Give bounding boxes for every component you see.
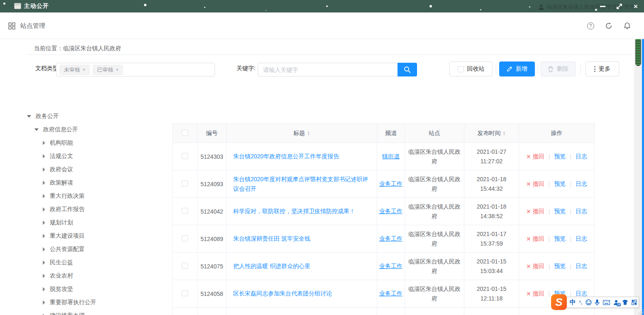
- channel-link[interactable]: 业务工作: [379, 290, 402, 297]
- tree-node[interactable]: 规划计划: [27, 216, 164, 229]
- caret-right-icon[interactable]: [43, 287, 45, 291]
- tree-node[interactable]: 机构职能: [27, 136, 164, 150]
- tree-node[interactable]: 建议提案办理: [27, 309, 164, 315]
- tree-node[interactable]: 脱贫攻坚: [27, 283, 164, 296]
- log-link[interactable]: 日志: [576, 263, 587, 270]
- row-checkbox[interactable]: [182, 263, 188, 269]
- resize-grip[interactable]: [638, 309, 644, 315]
- withdraw-link[interactable]: ✕撤回: [526, 290, 544, 298]
- sort-icon[interactable]: ▲▼: [307, 131, 310, 136]
- tree-node[interactable]: 民生公益: [27, 256, 164, 269]
- tree-node[interactable]: 重大建设项目: [27, 229, 164, 243]
- header-title[interactable]: 标题▲▼: [227, 124, 377, 143]
- ime-account-icon[interactable]: 19: [613, 300, 619, 305]
- caret-right-icon[interactable]: [43, 234, 45, 238]
- caret-right-icon[interactable]: [43, 300, 45, 305]
- search-button[interactable]: [398, 63, 417, 76]
- log-link[interactable]: 日志: [576, 235, 587, 243]
- tag-remove-icon[interactable]: ×: [116, 67, 119, 73]
- vertical-scrollbar-thumb[interactable]: [635, 38, 641, 66]
- tree-node[interactable]: 重大行政决策: [27, 189, 164, 203]
- caret-right-icon[interactable]: [43, 261, 45, 265]
- ime-emoji-icon[interactable]: [585, 299, 592, 305]
- channel-link[interactable]: 业务工作: [379, 235, 402, 242]
- channel-link[interactable]: 业务工作: [379, 208, 402, 214]
- log-link[interactable]: 日志: [576, 180, 587, 188]
- publish-time: 2021-01-1815:44:32: [464, 170, 519, 198]
- caret-right-icon[interactable]: [43, 221, 45, 225]
- sort-icon[interactable]: ▲▼: [503, 131, 506, 136]
- log-link[interactable]: 日志: [576, 153, 587, 160]
- withdraw-link[interactable]: ✕撤回: [526, 208, 544, 215]
- log-link[interactable]: 日志: [576, 208, 587, 215]
- tree-node[interactable]: 政府会议: [27, 163, 164, 176]
- caret-right-icon[interactable]: [43, 141, 45, 145]
- preview-link[interactable]: 预览: [554, 208, 566, 215]
- row-checkbox[interactable]: [182, 208, 188, 214]
- channel-link[interactable]: 镇街道: [382, 153, 400, 160]
- more-button[interactable]: 更多: [585, 62, 619, 76]
- preview-link[interactable]: 预览: [554, 235, 566, 243]
- header-publish-time[interactable]: 发布时间▲▼: [464, 124, 519, 143]
- withdraw-link[interactable]: ✕撤回: [526, 180, 544, 188]
- ime-toolbox-icon[interactable]: [632, 300, 637, 305]
- tree-node[interactable]: 农业农村: [27, 269, 164, 283]
- tree-node[interactable]: 政府工作报告: [27, 203, 164, 216]
- doc-title-link[interactable]: 朱台镇2020年度对村观摩点评暨村党支部书记述职评议会召开: [233, 176, 368, 192]
- caret-right-icon[interactable]: [43, 194, 45, 198]
- doc-title-link[interactable]: 朱台镇深耕责任田 筑牢安全线: [233, 235, 310, 242]
- doc-type-select[interactable]: 未审核 × 已审核 ×: [56, 63, 215, 76]
- doc-title-link[interactable]: 把人性的温暖 织进群众的心里: [233, 263, 310, 269]
- caret-down-icon[interactable]: [34, 128, 39, 131]
- row-checkbox[interactable]: [182, 290, 188, 296]
- caret-right-icon[interactable]: [43, 207, 45, 212]
- keyword-input[interactable]: [258, 63, 398, 76]
- caret-right-icon[interactable]: [43, 274, 45, 278]
- tree-node[interactable]: 政策解读: [27, 176, 164, 189]
- close-button[interactable]: ×: [627, 0, 644, 12]
- row-checkbox[interactable]: [182, 235, 188, 241]
- withdraw-link[interactable]: ✕撤回: [526, 153, 544, 160]
- caret-right-icon[interactable]: [43, 154, 45, 158]
- select-all-checkbox[interactable]: [182, 130, 188, 136]
- row-checkbox[interactable]: [182, 180, 188, 187]
- channel-link[interactable]: 业务工作: [379, 263, 402, 269]
- row-checkbox[interactable]: [182, 153, 188, 159]
- caret-right-icon[interactable]: [43, 247, 45, 251]
- caret-right-icon[interactable]: [43, 181, 45, 185]
- channel-link[interactable]: 业务工作: [379, 180, 402, 187]
- ime-keyboard-icon[interactable]: [603, 300, 610, 305]
- withdraw-link[interactable]: ✕撤回: [526, 235, 544, 243]
- withdraw-link[interactable]: ✕撤回: [526, 263, 544, 270]
- help-button[interactable]: ?: [587, 22, 594, 30]
- ime-mic-icon[interactable]: [595, 299, 600, 306]
- caret-down-icon[interactable]: [27, 115, 31, 118]
- log-link[interactable]: 日志: [576, 290, 587, 298]
- delete-button[interactable]: 删除: [541, 62, 576, 76]
- preview-link[interactable]: 预览: [554, 263, 566, 270]
- preview-link[interactable]: 预览: [554, 153, 566, 160]
- recycle-bin-checkbox[interactable]: [458, 66, 464, 72]
- doc-title-link[interactable]: 朱台镇2020年政府信息公开工作年度报告: [233, 153, 339, 160]
- tree-node[interactable]: 政府信息公开: [27, 123, 164, 136]
- tag-remove-icon[interactable]: ×: [83, 67, 85, 73]
- refresh-button[interactable]: [605, 22, 612, 30]
- ime-chinese-mode-icon[interactable]: 中: [570, 298, 576, 306]
- tree-node-root[interactable]: 政务公开: [27, 110, 164, 123]
- minimize-button[interactable]: [594, 0, 611, 12]
- doc-title-link[interactable]: 区长宋磊同志参加朱台代表团分组讨论: [233, 290, 332, 297]
- recycle-bin-button[interactable]: 回收站: [449, 62, 493, 76]
- tree-node[interactable]: 法规公文: [27, 150, 164, 163]
- ime-skin-icon[interactable]: [622, 300, 628, 305]
- ime-punctuation-icon[interactable]: °,: [579, 300, 582, 305]
- doc-title-link[interactable]: 科学应对，联防联控，坚决捍卫疫情防控成果！: [233, 208, 355, 214]
- add-button[interactable]: 新增: [499, 62, 535, 76]
- notifications-button[interactable]: [623, 22, 631, 30]
- tree-node[interactable]: 重要部署执行公开: [27, 296, 164, 309]
- sogou-logo-icon[interactable]: S: [551, 294, 567, 310]
- maximize-button[interactable]: [611, 0, 627, 12]
- preview-link[interactable]: 预览: [554, 180, 566, 188]
- vertical-scrollbar-track[interactable]: [634, 37, 642, 315]
- caret-right-icon[interactable]: [43, 167, 45, 172]
- tree-node[interactable]: 公共资源配置: [27, 243, 164, 256]
